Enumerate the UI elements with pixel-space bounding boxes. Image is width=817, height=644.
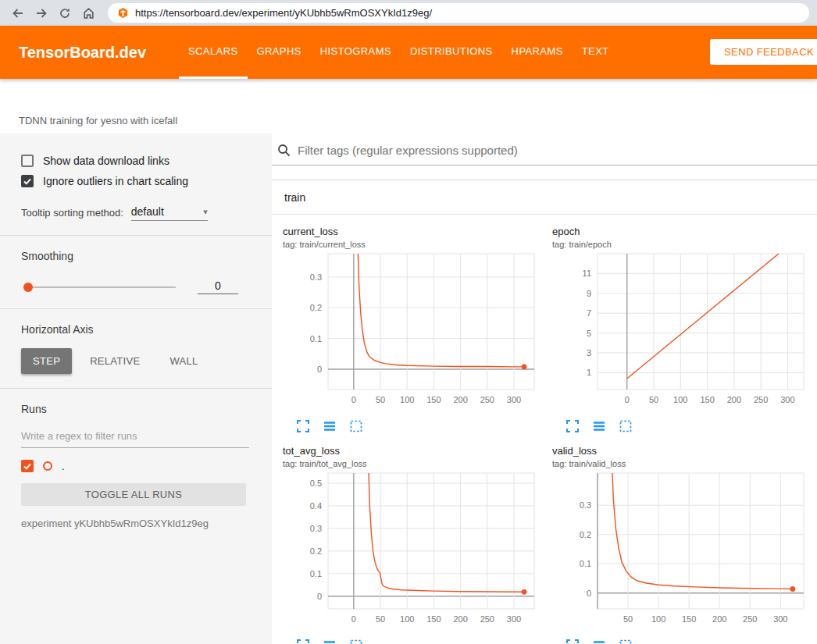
tag-filter-row	[272, 133, 817, 165]
svg-text:300: 300	[507, 614, 521, 624]
svg-text:9: 9	[587, 289, 591, 298]
svg-text:0.1: 0.1	[580, 559, 591, 568]
axis-relative-button[interactable]: RELATIVE	[78, 348, 152, 374]
runs-list-icon[interactable]	[323, 420, 336, 432]
chart-tag: tag: train/valid_loss	[552, 459, 813, 468]
address-bar[interactable]: https://tensorboard.dev/experiment/yKUbh…	[108, 3, 809, 23]
svg-text:300: 300	[507, 395, 521, 404]
chart-toolbar	[297, 420, 544, 432]
show-download-links-label: Show data download links	[43, 155, 169, 167]
expand-chart-icon[interactable]	[297, 420, 309, 432]
url-text: https://tensorboard.dev/experiment/yKUbh…	[135, 7, 432, 19]
chart-tag: tag: train/current_loss	[283, 240, 544, 249]
tooltip-sorting-value: default	[131, 205, 164, 218]
run-checkbox[interactable]	[21, 460, 34, 472]
train-section-card: train current_losstag: train/current_los…	[272, 180, 817, 644]
divider	[0, 308, 272, 309]
svg-text:0: 0	[351, 614, 356, 624]
svg-text:100: 100	[651, 614, 665, 624]
expand-chart-icon[interactable]	[566, 420, 579, 432]
expand-chart-icon[interactable]	[297, 639, 309, 644]
svg-text:300: 300	[780, 395, 794, 404]
run-name: .	[62, 461, 65, 472]
axis-step-button[interactable]: STEP	[21, 348, 72, 374]
runs-filter-input[interactable]	[21, 428, 249, 448]
svg-text:250: 250	[743, 614, 757, 624]
svg-text:50: 50	[376, 395, 385, 404]
slider-knob[interactable]	[23, 283, 33, 292]
smoothing-slider[interactable]	[26, 286, 176, 288]
chart-title: current_loss	[283, 226, 544, 237]
svg-text:0.2: 0.2	[310, 303, 322, 312]
svg-text:0.3: 0.3	[310, 272, 322, 282]
fit-domain-icon[interactable]	[350, 639, 362, 644]
svg-text:0.2: 0.2	[580, 530, 591, 539]
home-icon[interactable]	[78, 3, 98, 23]
train-section-header[interactable]: train	[272, 180, 817, 215]
tab-scalars[interactable]: SCALARS	[179, 26, 248, 79]
runs-label: Runs	[0, 403, 272, 415]
divider	[0, 235, 272, 236]
tab-hparams[interactable]: HPARAMS	[502, 26, 573, 79]
expand-chart-icon[interactable]	[566, 639, 579, 644]
tooltip-sorting-row: Tooltip sorting method: default ▾	[0, 191, 272, 221]
svg-text:200: 200	[727, 395, 741, 404]
chart-card-tot_avg_loss: tot_avg_losstag: train/tot_avg_loss00.10…	[276, 437, 544, 644]
experiment-description: TDNN training for yesno with icefall	[0, 79, 817, 133]
fit-domain-icon[interactable]	[350, 420, 362, 432]
svg-text:150: 150	[426, 614, 441, 624]
svg-text:0.1: 0.1	[310, 334, 322, 343]
tab-graphs[interactable]: GRAPHS	[248, 26, 311, 79]
chart-plot[interactable]: 00.10.20.350100150200250300	[552, 468, 815, 634]
svg-text:100: 100	[673, 395, 687, 404]
back-icon[interactable]	[8, 3, 28, 23]
checkbox-unchecked-icon	[21, 155, 34, 167]
run-item[interactable]: .	[0, 460, 272, 472]
svg-text:300: 300	[773, 614, 787, 624]
svg-text:100: 100	[400, 614, 414, 624]
axis-wall-button[interactable]: WALL	[158, 348, 209, 374]
svg-text:7: 7	[587, 308, 591, 318]
svg-text:200: 200	[453, 614, 467, 624]
chart-title: tot_avg_loss	[283, 445, 544, 457]
content: Show data download links Ignore outliers…	[0, 133, 817, 644]
app-title: TensorBoard.dev	[19, 44, 146, 62]
runs-list-icon[interactable]	[593, 639, 605, 644]
runs-list-icon[interactable]	[593, 420, 605, 432]
tab-histograms[interactable]: HISTOGRAMS	[311, 26, 401, 79]
tooltip-sorting-dropdown[interactable]: default ▾	[131, 205, 208, 221]
fit-domain-icon[interactable]	[619, 420, 632, 432]
svg-text:0: 0	[317, 592, 322, 601]
fit-domain-icon[interactable]	[619, 639, 632, 644]
show-download-links-checkbox[interactable]: Show data download links	[0, 151, 272, 171]
run-color-circle-icon	[43, 461, 52, 471]
chart-card-valid_loss: valid_losstag: train/valid_loss00.10.20.…	[546, 437, 813, 644]
tab-distributions[interactable]: DISTRIBUTIONS	[401, 26, 502, 79]
chart-toolbar	[297, 639, 544, 644]
sidebar: Show data download links Ignore outliers…	[0, 133, 272, 644]
main-panel: train current_losstag: train/current_los…	[272, 133, 817, 644]
toggle-all-runs-button[interactable]: TOGGLE ALL RUNS	[21, 483, 246, 506]
divider	[0, 388, 272, 389]
svg-text:3: 3	[587, 348, 591, 358]
ignore-outliers-checkbox[interactable]: Ignore outliers in chart scaling	[0, 171, 272, 191]
svg-text:0: 0	[317, 365, 322, 374]
experiment-id-label: experiment yKUbhb5wRmOSXYkId1z9eg	[21, 518, 272, 529]
chart-plot[interactable]: 1357911050100150200250300	[552, 249, 815, 415]
smoothing-value[interactable]: 0	[198, 279, 238, 294]
svg-text:0.2: 0.2	[310, 546, 322, 556]
tooltip-sorting-label: Tooltip sorting method:	[21, 207, 123, 221]
svg-text:5: 5	[587, 329, 591, 338]
tag-filter-input[interactable]	[298, 144, 817, 157]
tab-bar: SCALARS GRAPHS HISTOGRAMS DISTRIBUTIONS …	[179, 26, 619, 79]
svg-text:0: 0	[351, 395, 356, 404]
runs-list-icon[interactable]	[323, 639, 336, 644]
chart-plot[interactable]: 00.10.20.30.40.5050100150200250300	[283, 468, 545, 634]
send-feedback-button[interactable]: SEND FEEDBACK	[710, 39, 817, 65]
tab-text[interactable]: TEXT	[573, 26, 619, 79]
svg-text:11: 11	[583, 269, 591, 278]
chart-plot[interactable]: 00.10.20.3050100150200250300	[283, 249, 545, 415]
search-icon	[277, 144, 291, 157]
reload-icon[interactable]	[55, 3, 75, 23]
forward-icon[interactable]	[31, 3, 52, 23]
